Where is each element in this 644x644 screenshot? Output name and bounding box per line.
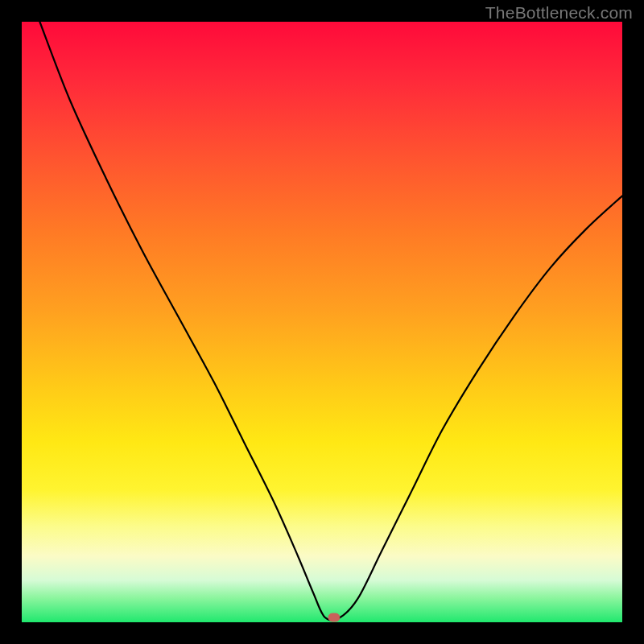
curve-line [39, 22, 622, 620]
watermark-text: TheBottleneck.com [485, 3, 633, 23]
chart-frame: TheBottleneck.com [0, 0, 644, 644]
bottleneck-curve [22, 22, 622, 622]
optimal-marker [328, 613, 340, 621]
plot-area [22, 22, 622, 622]
